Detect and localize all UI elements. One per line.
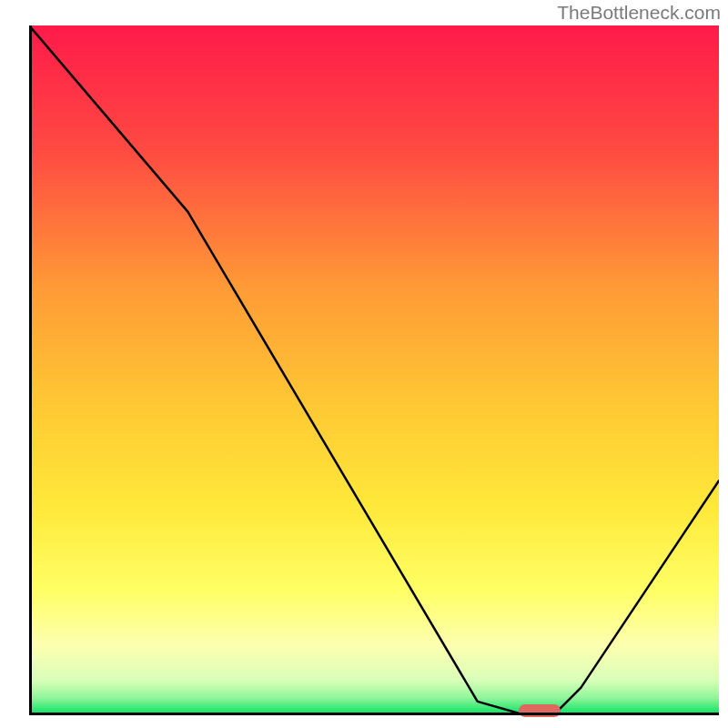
optimal-range-marker	[519, 704, 560, 717]
watermark-text: TheBottleneck.com	[557, 2, 721, 24]
chart-plot-area	[29, 25, 719, 715]
gradient-background	[29, 25, 719, 715]
svg-rect-0	[29, 25, 719, 715]
